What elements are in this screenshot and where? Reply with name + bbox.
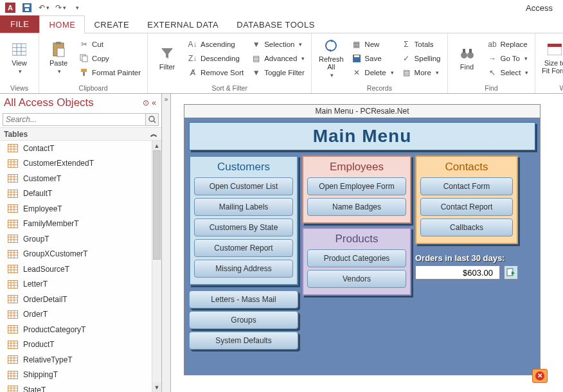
nav-table-item[interactable]: GroupT	[0, 231, 152, 247]
qat-customize-icon[interactable]: ▾	[71, 1, 84, 14]
toggle-filter-button[interactable]: ▼Toggle Filter	[249, 66, 307, 79]
remove-sort-button[interactable]: A̸Remove Sort	[185, 66, 246, 79]
more-button[interactable]: ▤More▾	[399, 66, 443, 79]
save-record-button[interactable]: Save	[349, 51, 396, 65]
size-to-fit-button[interactable]: Size to Fit Form	[539, 35, 563, 80]
nav-table-item[interactable]: ShippingT	[0, 368, 152, 383]
tab-create[interactable]: CREATE	[85, 16, 138, 33]
table-name: FamilyMemberT	[23, 219, 79, 228]
nav-category-label[interactable]: Tables	[4, 130, 28, 139]
advanced-button[interactable]: ▤Advanced▾	[249, 51, 307, 65]
nav-table-item[interactable]: StateT	[0, 382, 152, 392]
employees-panel: Employees Open Employee FormName Badges	[302, 156, 411, 224]
nav-table-item[interactable]: CustomerExtendedT	[0, 156, 152, 172]
save-small-icon	[352, 53, 361, 63]
refresh-all-button[interactable]: Refresh All ▾	[316, 35, 346, 80]
employees-button[interactable]: Name Badges	[307, 198, 406, 216]
nav-table-item[interactable]: ContactT	[0, 141, 152, 156]
binoculars-icon	[459, 45, 476, 62]
customers-button[interactable]: Missing Address	[194, 260, 293, 278]
select-button[interactable]: ↖Select▾	[485, 66, 532, 79]
nav-table-item[interactable]: FamilyMemberT	[0, 217, 152, 232]
contacts-panel: Contacts Contact FormContact ReportCallb…	[415, 156, 518, 244]
copy-button[interactable]: Copy	[76, 51, 143, 65]
orders-lookup-button[interactable]	[504, 265, 518, 280]
replace-button[interactable]: abReplace	[485, 37, 532, 51]
nav-table-item[interactable]: ProductT	[0, 337, 152, 353]
nav-table-item[interactable]: EmployeeT	[0, 201, 152, 217]
table-name: EmployeeT	[23, 204, 62, 213]
products-button[interactable]: Product Categories	[307, 249, 406, 267]
undo-icon[interactable]: ↶▾	[37, 1, 50, 14]
nav-collapse-icon[interactable]: «	[150, 98, 157, 107]
nav-pane-title[interactable]: All Access Objects	[4, 96, 141, 109]
collapse-category-icon[interactable]: ︽	[150, 129, 157, 139]
tab-database-tools[interactable]: DATABASE TOOLS	[228, 16, 324, 33]
arrow-right-icon: →	[488, 53, 497, 63]
employees-button[interactable]: Open Employee Form	[307, 177, 406, 195]
cut-button[interactable]: ✂Cut	[76, 37, 143, 51]
shutter-bar[interactable]: »	[162, 94, 171, 392]
nav-table-item[interactable]: CustomerT	[0, 171, 152, 186]
nav-table-item[interactable]: LeadSourceT	[0, 262, 152, 277]
save-icon[interactable]	[21, 1, 33, 14]
sort-descending-button[interactable]: Z↓Descending	[185, 51, 246, 65]
replace-icon: ab	[488, 39, 497, 49]
orders-last-30-value: $603.00	[415, 265, 500, 280]
contacts-button[interactable]: Contact Form	[420, 177, 513, 195]
svg-rect-15	[81, 69, 87, 72]
nav-search-input[interactable]	[3, 114, 145, 125]
contacts-button[interactable]: Callbacks	[420, 218, 513, 236]
nav-table-item[interactable]: DefaultT	[0, 186, 152, 202]
svg-rect-37	[8, 159, 18, 167]
customers-button[interactable]: Customers By State	[194, 218, 293, 236]
svg-rect-52	[8, 205, 18, 213]
advanced-icon: ▤	[251, 53, 261, 63]
search-icon[interactable]	[145, 114, 158, 125]
nav-table-item[interactable]: LetterT	[0, 277, 152, 292]
selection-button[interactable]: ▼Selection▾	[249, 37, 307, 51]
close-form-button[interactable]: ✕	[532, 369, 548, 383]
goto-button[interactable]: →Go To▾	[485, 51, 532, 65]
scroll-down-icon[interactable]: ▼	[152, 382, 161, 392]
filter-button[interactable]: Filter	[152, 35, 183, 80]
tab-file[interactable]: FILE	[0, 15, 39, 33]
table-name: CustomerExtendedT	[23, 159, 94, 168]
format-painter-button[interactable]: Format Painter	[76, 66, 143, 79]
products-panel-title: Products	[307, 233, 406, 245]
nav-table-item[interactable]: GroupXCustomerT	[0, 247, 152, 262]
tab-home[interactable]: HOME	[39, 15, 85, 33]
contacts-button[interactable]: Contact Report	[420, 198, 513, 216]
nav-table-item[interactable]: RelativeTypeT	[0, 352, 152, 368]
redo-icon[interactable]: ↷▾	[54, 1, 67, 14]
view-button[interactable]: View ▾	[4, 35, 35, 80]
nav-table-item[interactable]: OrderDetailT	[0, 292, 152, 307]
paste-button[interactable]: Paste ▾	[43, 35, 74, 80]
find-button[interactable]: Find	[452, 35, 483, 80]
sort-ascending-button[interactable]: A↓Ascending	[185, 37, 246, 51]
nav-filter-dropdown-icon[interactable]: ⊙	[141, 98, 150, 107]
scroll-thumb[interactable]	[153, 150, 161, 260]
products-button[interactable]: Vendors	[307, 270, 406, 288]
funnel-small-icon: ▼	[251, 39, 261, 49]
extra-button[interactable]: Groups	[189, 311, 298, 329]
nav-table-item[interactable]: OrderT	[0, 307, 152, 323]
tab-external-data[interactable]: EXTERNAL DATA	[138, 16, 228, 33]
svg-rect-27	[548, 44, 562, 47]
customers-button[interactable]: Customer Report	[194, 239, 293, 257]
extra-button[interactable]: Letters - Mass Mail	[189, 290, 298, 308]
table-name: LetterT	[23, 280, 48, 289]
nav-table-item[interactable]: ProductCategoryT	[0, 322, 152, 337]
delete-record-button[interactable]: ✕Delete▾	[349, 66, 396, 79]
nav-scrollbar[interactable]: ▲ ▼	[152, 141, 161, 392]
totals-button[interactable]: ΣTotals	[399, 37, 443, 51]
customers-button[interactable]: Mailing Labels	[194, 198, 293, 216]
customers-button[interactable]: Open Customer List	[194, 177, 293, 195]
svg-rect-57	[8, 220, 18, 227]
svg-rect-14	[82, 56, 87, 62]
svg-rect-72	[8, 265, 18, 273]
spelling-button[interactable]: ✓Spelling	[399, 51, 443, 65]
new-record-button[interactable]: ▦New	[349, 37, 396, 51]
extra-button[interactable]: System Defaults	[189, 332, 298, 350]
scroll-up-icon[interactable]: ▲	[152, 141, 161, 150]
